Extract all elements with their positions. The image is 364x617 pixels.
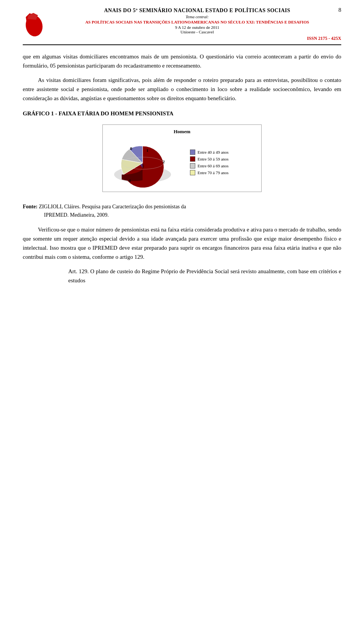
header-issn: ISSN 2175 - 425X [53,36,341,41]
page-number: 8 [339,7,342,13]
grafico-title: GRÁFICO 1 - FAIXA ETÁRIA DO HOMEM PENSIO… [23,110,341,117]
fonte-text: ZIGLIOLI, Cláires. Pesquisa para Caracte… [39,204,186,209]
paragraph-1: que em algumas visitas domiciliares enco… [23,52,341,70]
svg-text:1: 1 [146,148,149,153]
header-main-title: ANAIS DO 5º SEMINÁRIO NACIONAL ESTADO E … [53,8,341,14]
svg-marker-2 [27,13,38,20]
paragraph-2: As visitas domiciliares foram significat… [23,76,341,103]
header-subtitle: AS POLÍTICAS SOCIAIS NAS TRANSIÇÕES LATI… [53,20,341,24]
legend-color-4 [190,170,195,175]
header-logo [23,11,49,38]
chart-legend: Entre 40 á 49 anos Entre 50 á 59 anos En… [190,150,229,177]
chart-container: Homem [102,124,262,192]
header-tema-label: Tema central: [53,14,341,19]
body-paragraph-1: Verificou-se que o maior número de pensi… [23,225,341,261]
legend-item-1: Entre 40 á 49 anos [190,150,229,155]
fonte-line: Fonte: ZIGLIOLI, Cláires. Pesquisa para … [23,203,341,220]
legend-color-3 [190,163,195,168]
fonte-text2: IPREMED. Medianeira, 2009. [44,212,109,218]
content: que em algumas visitas domiciliares enco… [23,52,341,285]
body-paragraph-2: Art. 129. O plano de custeio do Regime P… [68,267,341,285]
legend-label-3: Entre 60 á 69 anos [198,164,229,168]
header: ANAIS DO 5º SEMINÁRIO NACIONAL ESTADO E … [23,8,341,45]
legend-label-2: Entre 50 á 59 anos [198,157,229,161]
legend-item-2: Entre 50 á 59 anos [190,156,229,162]
header-date: 9 A 12 de outubro de 2011 Unioeste - Cas… [53,25,341,34]
pie-chart: 1 0 2 4 [107,139,182,188]
chart-title: Homem [107,129,257,135]
legend-color-2 [190,156,195,162]
legend-label-1: Entre 40 á 49 anos [198,150,229,154]
legend-item-4: Entre 70 á 79 anos [190,170,229,175]
fonte-label: Fonte: [23,204,38,209]
header-text: ANAIS DO 5º SEMINÁRIO NACIONAL ESTADO E … [53,8,341,41]
legend-color-1 [190,150,195,155]
page: 8 ANAIS DO 5º SEMINÁRIO NACIONAL ESTADO … [0,0,364,617]
legend-label-4: Entre 70 á 79 anos [198,170,229,175]
svg-text:2: 2 [163,159,165,164]
legend-item-3: Entre 60 á 69 anos [190,163,229,168]
svg-text:0: 0 [130,146,132,151]
chart-area: 1 0 2 4 Entre 40 á 49 anos [107,139,257,188]
svg-text:4: 4 [129,178,131,183]
